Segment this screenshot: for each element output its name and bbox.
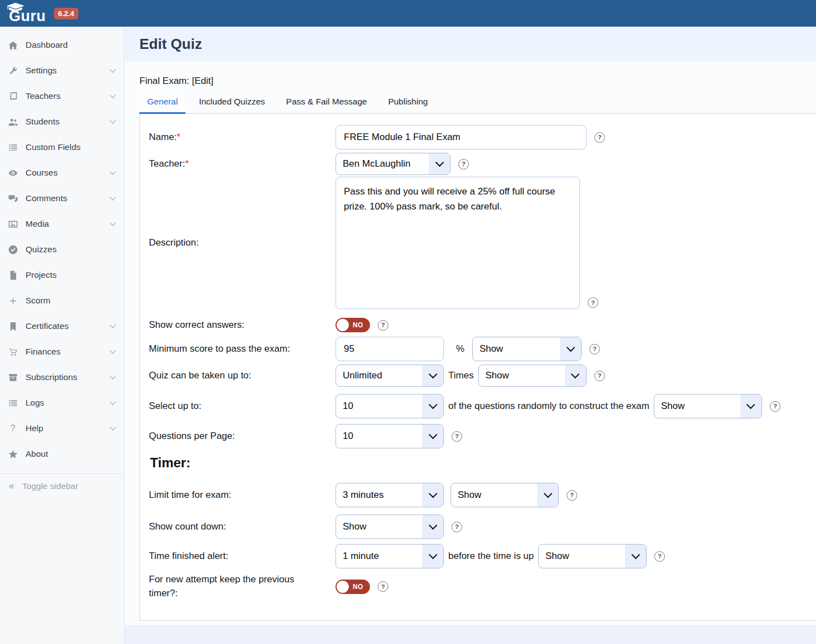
chevron-down-icon	[109, 398, 116, 405]
page-footer	[124, 625, 816, 644]
help-icon[interactable]	[588, 297, 598, 308]
chevron-down-icon	[422, 365, 443, 386]
min-score-label: Minimum score to pass the exam:	[149, 342, 336, 356]
toggle-sidebar-label: Toggle sidebar	[22, 481, 78, 491]
min-score-visibility-select[interactable]: Show	[472, 337, 582, 361]
sidebar-item-comments[interactable]: Comments	[0, 186, 124, 211]
attempts-select[interactable]: Unlimited	[336, 365, 444, 387]
toggle-sidebar-button[interactable]: « Toggle sidebar	[0, 474, 124, 498]
sidebar-item-label: Settings	[26, 66, 57, 76]
sidebar-item-label: About	[26, 449, 48, 459]
check-circle-icon	[7, 244, 19, 255]
help-icon[interactable]	[654, 551, 665, 562]
chevron-down-icon	[422, 483, 443, 507]
percent-suffix: %	[456, 343, 464, 355]
sidebar-item-label: Comments	[26, 193, 67, 203]
keep-previous-timer-label: For new attempt keep the previous timer?…	[149, 573, 336, 600]
help-icon[interactable]	[589, 344, 600, 355]
app-logo[interactable]: Guru	[9, 3, 46, 24]
top-bar: Guru 6.2.4	[0, 0, 816, 27]
limit-time-visibility-select[interactable]: Show	[450, 483, 559, 507]
breadcrumb: Final Exam: [Edit]	[139, 76, 816, 87]
sidebar-item-students[interactable]: Students	[0, 109, 124, 134]
image-icon	[7, 218, 19, 229]
sidebar-item-quizzes[interactable]: Quizzes	[0, 237, 124, 262]
tab-pass-fail-message[interactable]: Pass & Fail Message	[278, 91, 375, 113]
sidebar-item-media[interactable]: Media	[0, 211, 124, 237]
help-icon[interactable]	[594, 132, 605, 143]
home-icon	[7, 39, 19, 51]
help-icon[interactable]	[458, 159, 469, 169]
attempts-visibility-select[interactable]: Show	[478, 365, 587, 387]
questions-per-page-label: Questions per Page:	[149, 430, 336, 443]
chevron-down-icon	[422, 395, 443, 418]
random-questions-suffix: of the questions randomly to construct t…	[448, 401, 649, 412]
sidebar-item-label: Finances	[26, 347, 61, 357]
toggle-knob	[337, 319, 349, 331]
timer-section-heading: Timer:	[150, 455, 803, 471]
sidebar: DashboardSettingsTeachersStudentsCustom …	[0, 27, 124, 644]
quiz-form-panel: Name:* Teacher:* Ben McLaughlin	[139, 113, 816, 621]
help-icon[interactable]	[452, 522, 462, 532]
chevron-down-icon	[109, 347, 116, 353]
show-correct-answers-toggle[interactable]: NO	[336, 318, 370, 332]
sidebar-nav: DashboardSettingsTeachersStudentsCustom …	[0, 27, 124, 467]
help-icon[interactable]	[594, 371, 605, 381]
sidebar-item-settings[interactable]: Settings	[0, 58, 124, 83]
help-icon[interactable]	[567, 490, 577, 501]
sidebar-item-courses[interactable]: Courses	[0, 160, 124, 186]
list-icon	[7, 142, 19, 153]
sidebar-item-teachers[interactable]: Teachers	[0, 83, 124, 109]
tab-publishing[interactable]: Publishing	[381, 91, 436, 113]
sidebar-item-label: Dashboard	[26, 40, 68, 50]
chevron-down-icon	[109, 66, 116, 72]
comments-icon	[7, 193, 19, 204]
list-icon	[7, 397, 19, 408]
chevron-down-icon	[560, 337, 581, 361]
show-correct-answers-label: Show correct answers:	[149, 318, 336, 332]
chevron-down-icon	[109, 424, 116, 430]
keep-previous-timer-toggle[interactable]: NO	[336, 580, 370, 594]
name-input[interactable]	[336, 125, 587, 149]
time-finished-alert-label: Time finished alert:	[149, 550, 336, 563]
select-up-to-select[interactable]: 10	[336, 394, 444, 418]
limit-time-select[interactable]: 3 minutes	[336, 483, 444, 507]
sidebar-item-label: Help	[26, 423, 43, 433]
toggle-knob	[337, 581, 349, 593]
help-icon[interactable]	[378, 581, 388, 592]
tab-included-quizzes[interactable]: Included Quizzes	[191, 91, 273, 113]
times-suffix: Times	[448, 370, 474, 381]
description-textarea[interactable]: Pass this and you will receive a 25% off…	[336, 177, 580, 309]
eye-icon	[7, 167, 19, 178]
question-icon: ?	[7, 423, 19, 434]
time-finished-alert-select[interactable]: 1 minute	[336, 544, 444, 568]
help-icon[interactable]	[378, 320, 388, 331]
min-score-input[interactable]	[336, 337, 444, 361]
sidebar-item-dashboard[interactable]: Dashboard	[0, 32, 124, 58]
show-count-down-select[interactable]: Show	[336, 515, 444, 539]
bookmark-icon	[7, 321, 19, 332]
sidebar-item-help[interactable]: ?Help	[0, 416, 124, 441]
questions-per-page-select[interactable]: 10	[336, 424, 444, 448]
book-icon	[7, 91, 19, 102]
help-icon[interactable]	[770, 401, 780, 412]
chevron-down-icon	[109, 92, 116, 98]
sidebar-item-custom-fields[interactable]: Custom Fields	[0, 134, 124, 160]
help-icon[interactable]	[452, 431, 462, 442]
tab-general[interactable]: General	[139, 91, 186, 113]
sidebar-item-certificates[interactable]: Certificates	[0, 313, 124, 339]
sidebar-item-scorm[interactable]: Scorm	[0, 288, 124, 313]
time-finished-visibility-select[interactable]: Show	[538, 544, 647, 568]
chevron-down-icon	[740, 395, 762, 418]
chevron-down-icon	[109, 117, 116, 123]
chevron-down-icon	[422, 545, 443, 568]
select-up-to-visibility-select[interactable]: Show	[654, 394, 762, 418]
sidebar-item-projects[interactable]: Projects	[0, 262, 124, 288]
sidebar-item-subscriptions[interactable]: Subscriptions	[0, 365, 124, 390]
sidebar-item-about[interactable]: About	[0, 441, 124, 467]
sidebar-item-logs[interactable]: Logs	[0, 390, 124, 416]
teacher-select[interactable]: Ben McLaughlin	[336, 153, 450, 175]
sidebar-item-finances[interactable]: Finances	[0, 339, 124, 365]
chevron-down-icon	[109, 373, 116, 379]
chevron-down-icon	[429, 153, 450, 174]
